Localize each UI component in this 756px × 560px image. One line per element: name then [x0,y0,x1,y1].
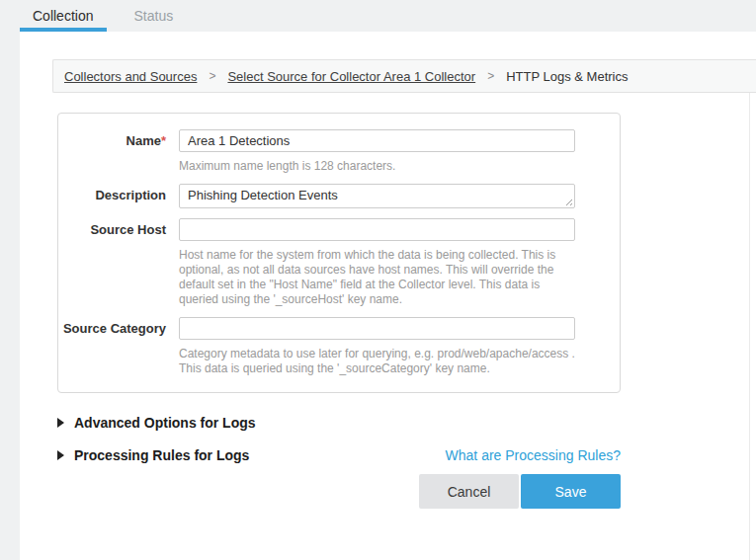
save-button[interactable]: Save [521,474,621,509]
source-category-label: Source Category [58,317,166,378]
name-input[interactable] [179,129,575,152]
tab-collection[interactable]: Collection [33,8,93,24]
advanced-options-section: Advanced Options for Logs [57,415,621,431]
tab-status[interactable]: Status [133,8,173,24]
source-host-helper-text: Host name for the system from which the … [179,248,578,307]
name-label-text: Name [126,133,161,148]
name-row: Name* Maximum name length is 128 charact… [58,129,620,174]
description-label: Description [58,184,166,208]
caret-right-icon [57,418,64,428]
source-category-helper-text: Category metadata to use later for query… [179,347,578,376]
source-host-row: Source Host Host name for the system fro… [58,218,620,307]
advanced-options-toggle[interactable]: Advanced Options for Logs [57,415,256,431]
processing-rules-section: Processing Rules for Logs What are Proce… [57,447,621,463]
source-category-row: Source Category Category metadata to use… [58,317,620,378]
content-panel: Collectors and Sources > Select Source f… [20,32,756,560]
caret-right-icon [57,450,64,460]
processing-rules-label: Processing Rules for Logs [74,447,249,463]
description-row: Description Phishing Detection Events [58,184,620,208]
source-category-input[interactable] [179,317,575,340]
panel-right-border [749,93,750,560]
description-textarea[interactable]: Phishing Detection Events [179,184,575,208]
source-host-label: Source Host [58,218,166,307]
breadcrumb-separator: > [487,69,494,83]
breadcrumb-select-source[interactable]: Select Source for Collector Area 1 Colle… [227,69,475,84]
processing-rules-toggle[interactable]: Processing Rules for Logs [57,447,249,463]
name-label: Name* [58,129,166,174]
source-form-card: Name* Maximum name length is 128 charact… [57,113,621,393]
breadcrumb: Collectors and Sources > Select Source f… [52,59,756,93]
tab-bar: Collection Status [0,0,756,32]
breadcrumb-separator: > [209,69,215,83]
source-host-input[interactable] [179,218,575,241]
required-asterisk: * [161,133,166,148]
advanced-options-label: Advanced Options for Logs [74,415,256,431]
form-actions: Cancel Save [57,474,621,509]
cancel-button[interactable]: Cancel [419,474,519,509]
name-helper-text: Maximum name length is 128 characters. [179,159,578,174]
breadcrumb-collectors-and-sources[interactable]: Collectors and Sources [64,69,197,84]
breadcrumb-current-page: HTTP Logs & Metrics [506,69,628,84]
what-are-processing-rules-link[interactable]: What are Processing Rules? [446,447,621,463]
